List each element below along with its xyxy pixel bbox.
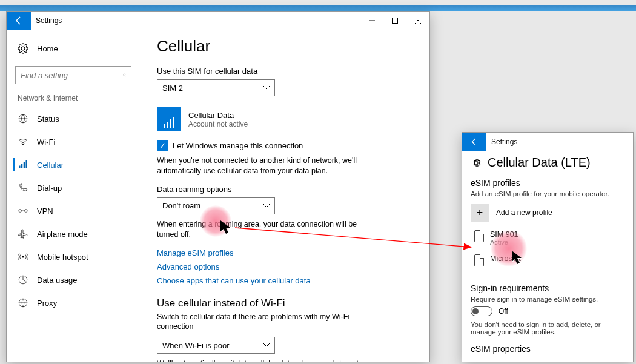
window-title: Settings	[36, 16, 62, 25]
signin-header: Sign-in requirements	[471, 283, 624, 293]
minimize-button[interactable]	[360, 12, 383, 30]
svg-line-3	[125, 76, 125, 76]
wifi-dropdown-value: When Wi-Fi is poor	[162, 341, 230, 350]
nav-item-status[interactable]: Status	[7, 107, 140, 130]
airplane-icon	[18, 228, 28, 239]
wifi-dropdown[interactable]: When Wi-Fi is poor	[157, 337, 275, 354]
roaming-desc: When entering a roaming area, your data …	[157, 219, 363, 240]
cellular-data-tile[interactable]: Cellular Data Account not active	[157, 107, 412, 131]
back-button[interactable]	[7, 12, 31, 30]
chevron-down-icon	[263, 343, 270, 347]
profile-status: Active	[490, 239, 518, 246]
cellular-data-window: Settings Cellular Data (LTE) eSIM profil…	[462, 132, 634, 362]
profile-row-microsoft[interactable]: Microsoft	[471, 254, 624, 266]
page-title-text: Cellular Data (LTE)	[488, 156, 591, 170]
hotspot-icon	[18, 251, 28, 262]
nav-item-hotspot[interactable]: Mobile hotspot	[7, 245, 140, 268]
page-title: Cellular	[157, 37, 412, 56]
toggle-switch-icon	[471, 306, 492, 316]
nav-item-label: Data usage	[37, 276, 78, 285]
nav-item-airplane[interactable]: Airplane mode	[7, 222, 140, 245]
let-windows-manage-checkbox[interactable]: ✓ Let Windows manage this connection	[157, 140, 412, 151]
svg-point-10	[19, 210, 22, 213]
checkmark-icon: ✓	[157, 140, 168, 151]
esim-desc: Add an eSIM profile for your mobile oper…	[471, 190, 624, 197]
svg-rect-6	[19, 166, 20, 169]
profile-row-sim901[interactable]: SIM 901 Active	[471, 230, 624, 246]
nav-item-dialup[interactable]: Dial-up	[7, 176, 140, 199]
page-title: Cellular Data (LTE)	[471, 156, 624, 170]
signin-desc: Require sign in to manage eSIM settings.	[471, 296, 624, 303]
add-profile-label: Add a new profile	[496, 208, 552, 217]
plus-icon: +	[471, 204, 489, 222]
back-button[interactable]	[462, 133, 486, 151]
nav-item-label: Dial-up	[37, 184, 62, 193]
svg-point-5	[22, 144, 24, 145]
props-header: eSIM properties	[471, 344, 624, 354]
proxy-icon	[18, 297, 28, 308]
nav-item-label: Proxy	[37, 299, 57, 308]
close-button[interactable]	[406, 12, 429, 30]
window-title: Settings	[491, 137, 517, 146]
titlebar: Settings	[462, 133, 633, 151]
nav-group-label: Network & Internet	[7, 93, 140, 107]
search-box[interactable]	[15, 66, 131, 84]
roaming-dropdown[interactable]: Don't roam	[157, 197, 275, 214]
add-profile-button[interactable]: + Add a new profile	[471, 204, 624, 222]
use-sim-label: Use this SIM for cellular data	[157, 67, 412, 76]
settings-gear-icon	[18, 43, 28, 54]
roaming-label: Data roaming options	[157, 185, 412, 194]
maximize-button[interactable]	[383, 12, 406, 30]
signin-toggle[interactable]: Off	[471, 306, 624, 316]
link-manage-esim[interactable]: Manage eSIM profiles	[157, 248, 412, 257]
signal-bars-icon	[157, 107, 181, 131]
nav-item-label: VPN	[37, 207, 53, 216]
content-pane: Cellular Use this SIM for cellular data …	[140, 30, 429, 362]
settings-gear-icon	[471, 157, 482, 168]
svg-rect-9	[26, 160, 27, 169]
use-sim-value: SIM 2	[162, 84, 183, 93]
wifi-section-title: Use cellular instead of Wi-Fi	[157, 297, 412, 309]
signin-footer: You don't need to sign in to add, delete…	[471, 321, 624, 336]
nav-item-wifi[interactable]: Wi-Fi	[7, 130, 140, 153]
titlebar: Settings	[7, 12, 429, 30]
search-input[interactable]	[21, 71, 123, 80]
wifi-footer: We'll automatically switch to cellular d…	[157, 359, 363, 362]
nav-item-vpn[interactable]: VPN	[7, 199, 140, 222]
toggle-label: Off	[499, 307, 508, 316]
profile-name: SIM 901	[490, 230, 518, 239]
nav-item-label: Cellular	[37, 160, 64, 170]
vpn-icon	[18, 207, 28, 215]
use-sim-dropdown[interactable]: SIM 2	[157, 79, 275, 96]
wifi-section-desc: Switch to cellular data if there are pro…	[157, 312, 363, 333]
wifi-icon	[18, 136, 28, 147]
profile-name: Microsoft	[490, 254, 521, 263]
nav-item-label: Mobile hotspot	[37, 253, 88, 262]
esim-header: eSIM profiles	[471, 178, 624, 188]
nav-home[interactable]: Home	[7, 37, 140, 60]
nav-sidebar: Home Network & Internet Status Wi-Fi Cel…	[7, 30, 140, 362]
chevron-down-icon	[263, 86, 270, 90]
manage-desc: When you're not connected to another kin…	[157, 156, 363, 176]
nav-item-label: Airplane mode	[37, 230, 88, 239]
data-usage-icon	[18, 274, 28, 285]
window-controls	[360, 12, 429, 30]
sim-card-icon	[474, 254, 484, 266]
search-icon	[123, 71, 126, 79]
nav-item-cellular[interactable]: Cellular	[7, 153, 140, 176]
chevron-down-icon	[263, 204, 270, 208]
nav-item-datausage[interactable]: Data usage	[7, 268, 140, 291]
let-windows-manage-label: Let Windows manage this connection	[173, 141, 303, 150]
svg-rect-8	[24, 162, 25, 169]
link-advanced[interactable]: Advanced options	[157, 262, 412, 271]
svg-rect-1	[393, 18, 398, 24]
status-icon	[18, 113, 28, 124]
content-pane: Cellular Data (LTE) eSIM profiles Add an…	[462, 151, 633, 362]
sim-card-icon	[474, 230, 484, 242]
nav-item-label: Wi-Fi	[37, 137, 55, 147]
svg-point-13	[22, 256, 24, 258]
link-choose-apps[interactable]: Choose apps that can use your cellular d…	[157, 276, 412, 285]
svg-point-11	[24, 210, 27, 213]
roaming-value: Don't roam	[162, 201, 200, 210]
nav-item-proxy[interactable]: Proxy	[7, 291, 140, 314]
